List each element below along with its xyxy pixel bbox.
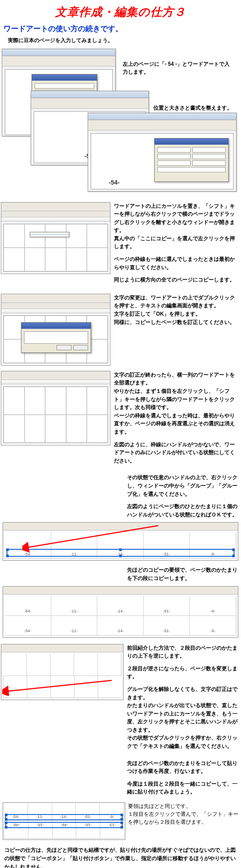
- cell: -49-: [52, 821, 76, 838]
- cell: -9-: [190, 532, 236, 558]
- cell: -11-: [28, 804, 52, 821]
- section-copy-down: 先ほどのコピーの要領で、ページ数のかたまりを下の段にコピーします。 -54- -…: [0, 564, 241, 637]
- doc-panel-copy: [1, 202, 110, 274]
- sec3-p1: ワードアートの上にカーソルを置き、「シフト」キーを押しながら右クリックで横のペー…: [114, 202, 238, 251]
- sec9-p3: 要領は先ほどと同じです。 １段目を左クリックで選んで、「シフト」キーを押しながら…: [128, 802, 238, 826]
- cell: -9-: [190, 616, 236, 635]
- cell: -51-: [144, 616, 190, 635]
- section-flip: 前回紹介した方法で、２段目のページのかたまりの上下を逆にします。 ２段目が逆さに…: [0, 641, 241, 758]
- cell: -54-: [5, 616, 51, 635]
- section-select-both: 先ほどのページ数のかたまりをコピーして貼りつける作業を再度、行ないます。 今度は…: [0, 758, 241, 840]
- doc-panel-select: [1, 371, 110, 445]
- sec5-p2: 左図のように、枠線にハンドルがつかないで、ワードアートのみにハンドルが付いている…: [114, 441, 238, 465]
- page-title: 文章作成・編集の仕方３: [0, 0, 241, 22]
- cell: -11-: [51, 596, 98, 615]
- cell: -9-: [100, 804, 124, 821]
- cell: -14-: [97, 532, 144, 558]
- footer-block: コピーの仕方は、先ほどと同様でも結構ですが、貼り付け先の場所がすぐそばではないの…: [0, 843, 241, 868]
- sec9-p2: 今度は１段目と２段目を一緒にコピーして、一緒に貼り付けてみましょう。: [127, 780, 238, 796]
- cell: -54-: [5, 596, 51, 615]
- wide-panel-group: -54- -11- -14- -51- -9-: [3, 522, 238, 561]
- doc-panel-edit: [1, 294, 110, 366]
- cell: -51-: [76, 804, 100, 821]
- cell: -51-: [144, 596, 190, 615]
- sec8-p1: 前回紹介した方法で、２段目のページのかたまりの上下を逆にします。: [127, 644, 238, 660]
- wide-panel-copy-down: -54- -11- -14- -51- -9- -54- -11- -14- -…: [3, 586, 238, 638]
- cell: -49-: [4, 821, 28, 838]
- cell: -51-: [144, 532, 190, 558]
- sec3-p3: 同じように横方向の全てのページにコピーします。: [114, 276, 238, 284]
- app-window-3: -54-: [88, 113, 237, 192]
- cell: -13-: [100, 821, 124, 838]
- footer-f1: コピーの仕方は、先ほどと同様でも結構ですが、貼り付け先の場所がすぐそばではないの…: [4, 846, 237, 868]
- cell: -14-: [97, 596, 144, 615]
- cell: -11-: [51, 616, 98, 635]
- cell: -54-: [4, 804, 28, 821]
- caption-2: 位置と大きさと書式を整えます。: [153, 104, 237, 112]
- cell: -16-: [28, 821, 52, 838]
- intro-text: 実際に豆本のページを入力してみましょう。: [0, 36, 241, 47]
- subtitle: ワードアートの使い方の続きです。: [0, 22, 241, 36]
- page-number-label: -54-: [109, 178, 120, 187]
- cell: -54-: [5, 532, 51, 558]
- section-copy: ワードアートの上にカーソルを置き、「シフト」キーを押しながら右クリックで横のペー…: [0, 199, 241, 291]
- sec7-p1: 先ほどのコピーの要領で、ページ数のかたまりを下の段にコピーします。: [127, 566, 238, 582]
- sec3-p2: ページの枠線も一緒に選んでしまったときは最初からやり直してください。: [114, 255, 238, 271]
- caption-1: 左上のページに「- 54 -」とワードアートで入力します。: [123, 60, 232, 76]
- sec6-p2: 左図のようにページ数のひとかたまりに１個のハンドルがついている状態になればＯＫで…: [127, 502, 238, 519]
- section-overlapping-windows: -54- -54- 左上のページに「- 54 -」: [0, 47, 241, 196]
- sec8-p2: ２段目が逆さになったら、ページ数を変更します。: [127, 665, 238, 681]
- format-dialog: [154, 138, 229, 182]
- sec6-p1: その状態で任意のハンドルの上で、右クリックし、ウィンドーの中から「グループ」「グ…: [127, 473, 238, 498]
- context-menu[interactable]: [30, 232, 69, 237]
- text-edit-dialog: [21, 322, 91, 353]
- cell: -9-: [190, 596, 236, 615]
- section-edit-text: 文字の変更は、ワードアートの上でダブルクリックを押すと、テキストの編集画面が開き…: [0, 291, 241, 368]
- cell: -14-: [97, 616, 144, 635]
- wide-panel-select-both: -54- -11- -14- -51- -9- -49- -16- -49- -…: [3, 802, 125, 840]
- cell: -11-: [51, 532, 98, 558]
- cell: -16-: [76, 821, 100, 838]
- wide-panel-flip: [1, 644, 124, 700]
- sec5-p1: 文字の訂正が終わったら、横一列のワードアートを全部選びます。 やりかたは、まず１…: [114, 371, 238, 436]
- sec8-p3: グループ化を解除しなくても、文字の訂正はできます。 かたまりのハンドルが出ている…: [127, 685, 238, 751]
- sec4-p1: 文字の変更は、ワードアートの上でダブルクリックを押すと、テキストの編集画面が開き…: [114, 294, 238, 326]
- sec9-p1: 先ほどのページ数のかたまりをコピーして貼りつける作業を再度、行ないます。: [127, 759, 238, 776]
- section-select-row: 文字の訂正が終わったら、横一列のワードアートを全部選びます。 やりかたは、まず１…: [0, 368, 241, 472]
- section-group: その状態で任意のハンドルの上で、右クリックし、ウィンドーの中から「グループ」「グ…: [0, 472, 241, 561]
- cell: -14-: [52, 804, 76, 821]
